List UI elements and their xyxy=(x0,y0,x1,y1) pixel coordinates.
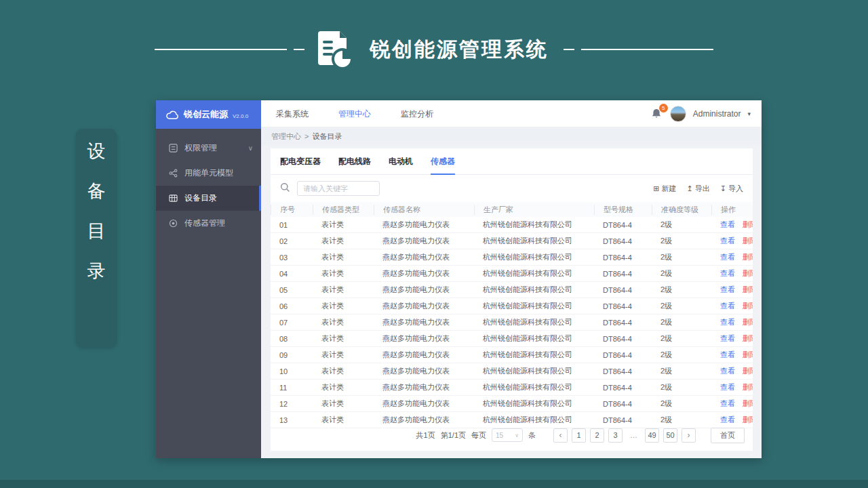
prev-page-button[interactable]: ‹ xyxy=(553,428,568,443)
toolbar-buttons: ⊞ 新建 ↥ 导出 ↧ 导入 xyxy=(653,184,743,194)
delete-link[interactable]: 删除 xyxy=(743,334,753,342)
cell-grade: 2级 xyxy=(652,285,711,295)
delete-link[interactable]: 删除 xyxy=(743,269,753,277)
view-link[interactable]: 查看 xyxy=(720,269,735,277)
cell-name: 燕赵多功能电力仪表 xyxy=(374,382,474,392)
cell-grade: 2级 xyxy=(652,268,711,279)
view-link[interactable]: 查看 xyxy=(720,220,735,228)
avatar[interactable] xyxy=(670,106,686,122)
delete-link[interactable]: 删除 xyxy=(743,350,753,359)
table-row: 11 表计类 燕赵多功能电力仪表 杭州锐创能源科技有限公司 DT864-4 2级… xyxy=(271,380,753,396)
page-number-button[interactable]: 2 xyxy=(590,428,604,443)
delete-link[interactable]: 删除 xyxy=(743,253,753,261)
user-dropdown-caret-icon[interactable]: ▾ xyxy=(747,110,751,117)
import-button[interactable]: ↧ 导入 xyxy=(720,184,743,194)
content-card: 配电变压器 配电线路 电动机 传感器 ⊞ 新建 ↥ 导出 xyxy=(271,148,753,451)
new-button[interactable]: ⊞ 新建 xyxy=(653,184,676,194)
sidebar-item-label: 设备目录 xyxy=(184,192,217,204)
tab-sensor[interactable]: 传感器 xyxy=(431,156,455,175)
export-icon: ↥ xyxy=(687,184,693,193)
cell-model: DT864-4 xyxy=(594,302,652,310)
notification-bell-icon[interactable]: 5 xyxy=(651,108,663,120)
tab-distribution-line[interactable]: 配电线路 xyxy=(338,156,371,174)
new-icon: ⊞ xyxy=(653,184,659,193)
export-button[interactable]: ↥ 导出 xyxy=(687,184,710,194)
nav-item-monitor-analysis[interactable]: 监控分析 xyxy=(386,100,448,127)
view-link[interactable]: 查看 xyxy=(720,367,735,375)
cell-model: DT864-4 xyxy=(594,270,652,278)
cell-name: 燕赵多功能电力仪表 xyxy=(374,399,474,409)
view-link[interactable]: 查看 xyxy=(720,350,735,359)
tag-char: 录 xyxy=(87,262,106,281)
cell-grade: 2级 xyxy=(652,382,711,392)
cell-no: 05 xyxy=(271,286,313,294)
cell-model: DT864-4 xyxy=(594,335,652,343)
sidebar-logo: 锐创云能源 V2.0.0 xyxy=(156,100,261,129)
cell-model: DT864-4 xyxy=(594,400,652,408)
cell-type: 表计类 xyxy=(313,268,374,279)
cell-name: 燕赵多功能电力仪表 xyxy=(374,285,474,295)
cell-name: 燕赵多功能电力仪表 xyxy=(374,252,474,262)
cell-maker: 杭州锐创能源科技有限公司 xyxy=(474,252,594,262)
next-page-button[interactable]: › xyxy=(682,428,696,443)
delete-link[interactable]: 删除 xyxy=(743,318,753,326)
cell-model: DT864-4 xyxy=(594,367,652,375)
cell-name: 燕赵多功能电力仪表 xyxy=(374,350,474,360)
view-link[interactable]: 查看 xyxy=(720,334,735,342)
view-link[interactable]: 查看 xyxy=(720,399,735,407)
cell-maker: 杭州锐创能源科技有限公司 xyxy=(474,236,594,246)
col-header-model: 型号规格 xyxy=(594,205,652,215)
cell-maker: 杭州锐创能源科技有限公司 xyxy=(474,285,594,295)
cell-name: 燕赵多功能电力仪表 xyxy=(374,333,474,344)
view-link[interactable]: 查看 xyxy=(720,253,735,261)
cell-name: 燕赵多功能电力仪表 xyxy=(374,317,474,327)
page-number-button[interactable]: 49 xyxy=(645,428,659,443)
view-link[interactable]: 查看 xyxy=(720,383,735,391)
view-link[interactable]: 查看 xyxy=(720,285,735,293)
breadcrumb-parent[interactable]: 管理中心 xyxy=(271,131,301,142)
cell-maker: 杭州锐创能源科技有限公司 xyxy=(474,333,594,344)
user-name[interactable]: Administrator xyxy=(693,109,741,119)
first-page-button[interactable]: 首页 xyxy=(711,428,745,443)
delete-link[interactable]: 删除 xyxy=(743,285,753,293)
page-number-button[interactable]: 1 xyxy=(572,428,586,443)
view-link[interactable]: 查看 xyxy=(720,318,735,326)
cell-no: 09 xyxy=(271,351,313,359)
sidebar-item-energy-unit-model[interactable]: 用能单元模型 xyxy=(156,161,261,186)
tab-transformer[interactable]: 配电变压器 xyxy=(280,156,321,174)
search-input[interactable] xyxy=(297,181,380,196)
cell-type: 表计类 xyxy=(313,301,374,311)
cell-type: 表计类 xyxy=(313,399,374,409)
cell-no: 01 xyxy=(271,221,313,229)
col-header-grade: 准确度等级 xyxy=(652,205,711,215)
search-icon xyxy=(280,182,290,195)
delete-link[interactable]: 删除 xyxy=(743,220,753,228)
cell-model: DT864-4 xyxy=(594,221,652,229)
tab-motor[interactable]: 电动机 xyxy=(389,156,413,174)
nav-item-manage-center[interactable]: 管理中心 xyxy=(323,100,386,127)
cell-maker: 杭州锐创能源科技有限公司 xyxy=(474,366,594,376)
sidebar-item-device-catalog[interactable]: 设备目录 xyxy=(156,186,261,211)
delete-link[interactable]: 删除 xyxy=(743,383,753,391)
delete-link[interactable]: 删除 xyxy=(743,302,753,310)
page-number-button[interactable]: 50 xyxy=(663,428,677,443)
unit-text: 条 xyxy=(528,430,536,441)
table-row: 07 表计类 燕赵多功能电力仪表 杭州锐创能源科技有限公司 DT864-4 2级… xyxy=(271,314,753,331)
view-link[interactable]: 查看 xyxy=(720,237,735,245)
cell-no: 03 xyxy=(271,253,313,262)
delete-link[interactable]: 删除 xyxy=(743,399,753,407)
logo-version: V2.0.0 xyxy=(233,113,248,119)
delete-link[interactable]: 删除 xyxy=(743,367,753,375)
page-title: 锐创能源管理系统 xyxy=(370,36,549,64)
import-icon: ↧ xyxy=(720,184,726,193)
page-size-select[interactable]: 15 ∨ xyxy=(492,428,523,442)
sidebar-item-sensor-management[interactable]: 传感器管理 xyxy=(156,211,261,236)
table-row: 05 表计类 燕赵多功能电力仪表 杭州锐创能源科技有限公司 DT864-4 2级… xyxy=(271,282,753,298)
page-number-button[interactable]: 3 xyxy=(608,428,623,443)
nav-item-collect-system[interactable]: 采集系统 xyxy=(261,100,323,127)
cell-name: 燕赵多功能电力仪表 xyxy=(374,220,474,230)
sidebar-item-permission[interactable]: 权限管理 ∨ xyxy=(156,136,261,161)
cell-type: 表计类 xyxy=(313,236,374,246)
view-link[interactable]: 查看 xyxy=(720,302,735,310)
delete-link[interactable]: 删除 xyxy=(743,237,753,245)
